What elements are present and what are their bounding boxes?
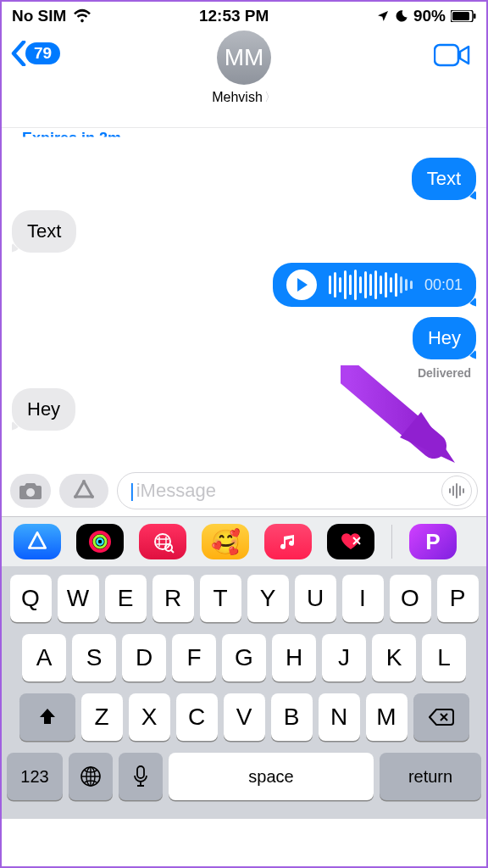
digital-touch-app-icon[interactable]: [327, 524, 374, 559]
shift-key[interactable]: [19, 693, 75, 741]
back-button[interactable]: 79: [10, 41, 60, 66]
keyboard-row-2: ASDFGHJKL: [7, 634, 481, 682]
battery-percent: 90%: [413, 7, 446, 25]
app-store-imessage-icon[interactable]: [14, 524, 61, 559]
contact-name-label: Mehvish: [212, 90, 263, 105]
conversation-header: 79 MM Mehvish 〉: [2, 25, 486, 127]
message-placeholder: iMessage: [136, 480, 216, 502]
numbers-key[interactable]: 123: [7, 753, 63, 800]
svg-rect-11: [459, 486, 461, 496]
text-cursor: |: [130, 480, 135, 502]
shift-icon: [37, 707, 58, 727]
svg-rect-2: [474, 14, 476, 19]
third-party-app-icon[interactable]: P: [409, 524, 457, 559]
do-not-disturb-icon: [395, 9, 408, 23]
sent-message-bubble[interactable]: Text: [412, 158, 476, 200]
key-b[interactable]: B: [271, 693, 313, 741]
imessage-app-strip[interactable]: 🥰 P: [2, 516, 486, 566]
key-q[interactable]: Q: [10, 575, 52, 622]
sent-audio-message[interactable]: 00:01: [273, 263, 476, 307]
activity-app-icon[interactable]: [76, 524, 124, 559]
svg-point-5: [82, 480, 86, 483]
keyboard-row-bottom: 123 space return: [7, 753, 481, 800]
key-s[interactable]: S: [72, 634, 116, 682]
contact-name-button[interactable]: Mehvish 〉: [212, 90, 276, 105]
audio-duration: 00:01: [424, 276, 463, 294]
backspace-icon: [429, 708, 454, 726]
apple-music-app-icon[interactable]: [264, 524, 312, 559]
keyboard: QWERTYUIOP ASDFGHJKL ZXCVBNM 123 space r…: [2, 566, 486, 819]
key-p[interactable]: P: [437, 575, 479, 622]
key-t[interactable]: T: [200, 575, 241, 622]
key-o[interactable]: O: [390, 575, 431, 622]
facetime-button[interactable]: [434, 42, 471, 71]
key-a[interactable]: A: [22, 634, 66, 682]
svg-point-7: [91, 495, 94, 498]
audio-record-button[interactable]: [441, 476, 472, 506]
svg-rect-12: [463, 488, 464, 493]
key-e[interactable]: E: [105, 575, 147, 622]
message-text: Hey: [428, 327, 461, 348]
keyboard-row-3: ZXCVBNM: [7, 693, 481, 741]
key-k[interactable]: K: [372, 634, 416, 682]
key-i[interactable]: I: [342, 575, 384, 622]
avatar-initials: MM: [225, 44, 264, 71]
svg-rect-1: [452, 12, 469, 20]
location-icon: [376, 9, 390, 23]
key-y[interactable]: Y: [247, 575, 289, 622]
message-text: Text: [427, 168, 461, 189]
camera-icon: [18, 481, 43, 501]
key-u[interactable]: U: [295, 575, 336, 622]
message-list[interactable]: Expires in 2m Text Text 00:01 Hey Delive…: [2, 128, 486, 467]
svg-point-16: [155, 534, 170, 549]
play-icon: [297, 278, 308, 292]
key-n[interactable]: N: [319, 693, 360, 741]
received-message-bubble[interactable]: Hey: [12, 388, 75, 431]
compose-bar: | iMessage: [2, 467, 486, 516]
hashtag-images-app-icon[interactable]: [139, 524, 186, 559]
key-d[interactable]: D: [122, 634, 166, 682]
received-message-bubble[interactable]: Text: [12, 210, 76, 253]
space-key[interactable]: space: [169, 753, 374, 800]
wifi-icon: [73, 8, 92, 24]
key-f[interactable]: F: [172, 634, 216, 682]
waveform-icon: [448, 482, 465, 499]
globe-key[interactable]: [69, 753, 113, 800]
camera-button[interactable]: [10, 474, 51, 508]
key-j[interactable]: J: [322, 634, 366, 682]
clock-text: 12:53 PM: [199, 7, 269, 25]
key-m[interactable]: M: [366, 693, 408, 741]
svg-rect-10: [456, 483, 458, 498]
message-input[interactable]: | iMessage: [117, 472, 478, 509]
key-z[interactable]: Z: [81, 693, 123, 741]
key-v[interactable]: V: [224, 693, 265, 741]
return-key-label: return: [408, 767, 452, 787]
app-strip-divider: [391, 525, 392, 559]
delivered-status: Delivered: [12, 364, 476, 383]
sent-message-bubble[interactable]: Hey: [413, 317, 476, 359]
status-bar: No SIM 12:53 PM 90%: [2, 2, 486, 25]
key-c[interactable]: C: [176, 693, 218, 741]
backspace-key[interactable]: [413, 693, 469, 741]
play-button[interactable]: [286, 270, 317, 300]
app-store-button[interactable]: [59, 474, 108, 508]
carrier-text: No SIM: [12, 7, 66, 25]
key-x[interactable]: X: [129, 693, 170, 741]
key-g[interactable]: G: [222, 634, 266, 682]
app-store-icon: [72, 480, 96, 502]
microphone-icon: [133, 765, 148, 787]
svg-point-4: [26, 488, 35, 497]
svg-point-15: [97, 539, 103, 545]
expires-label: Expires in 2m: [12, 130, 476, 147]
key-r[interactable]: R: [152, 575, 194, 622]
key-l[interactable]: L: [422, 634, 466, 682]
key-h[interactable]: H: [272, 634, 316, 682]
chevron-right-icon: 〉: [264, 90, 276, 105]
return-key[interactable]: return: [380, 753, 481, 800]
dictation-key[interactable]: [119, 753, 163, 800]
memoji-app-icon[interactable]: 🥰: [202, 524, 249, 559]
contact-avatar[interactable]: MM: [217, 31, 271, 85]
svg-point-6: [74, 495, 77, 498]
key-w[interactable]: W: [58, 575, 99, 622]
globe-icon: [80, 765, 102, 787]
